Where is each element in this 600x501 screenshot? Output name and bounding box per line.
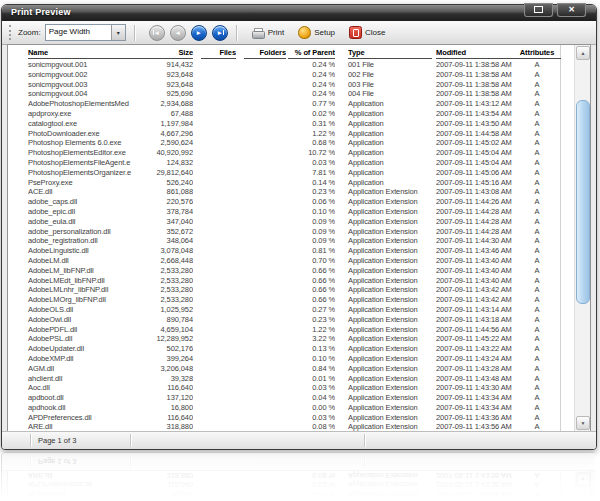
window-close-button[interactable]: ✕ <box>557 3 586 17</box>
window-title: Print Preview <box>11 7 71 17</box>
column-header-folders: Folders <box>244 47 286 59</box>
toolbar: Zoom: Page Width ▾ ◄◄►► Print Setup Clos… <box>2 21 596 45</box>
cell-attr: A <box>513 227 561 237</box>
table-row: sonicmpgvout.002923,6480.24 %002 File200… <box>10 70 574 80</box>
cell-attr: A <box>513 276 561 286</box>
cell-pct: 0.24 % <box>288 60 335 70</box>
nav-prev-button[interactable]: ◄ <box>170 25 186 41</box>
cell-name: Photoshop Elements 6.0.exe <box>28 138 148 148</box>
cell-name: adobe_personalization.dll <box>28 227 148 237</box>
setup-icon <box>298 26 311 39</box>
cell-type: 003 File <box>348 80 432 90</box>
cell-size: 318,880 <box>144 422 193 431</box>
cell-size: 3,078,048 <box>144 246 193 256</box>
cell-size: 116,640 <box>144 413 193 423</box>
status-separator <box>130 434 131 447</box>
cell-name: AdobePSL.dll <box>28 334 148 344</box>
cell-name: ACE.dll <box>28 187 148 197</box>
cell-size: 220,576 <box>144 197 193 207</box>
table-row: sonicmpgvout.004925,6960.24 %004 File200… <box>10 89 574 99</box>
nav-last-button[interactable]: ► <box>212 25 228 41</box>
table-row: sonicmpgvout.003923,6480.24 %003 File200… <box>10 80 574 90</box>
zoom-select[interactable]: Page Width ▾ <box>45 24 126 41</box>
cell-pct: 0.81 % <box>288 246 335 256</box>
setup-button[interactable]: Setup <box>298 26 335 39</box>
cell-type: Application <box>348 109 432 119</box>
table-row: sonicmpgvout.001914,4320.24 %001 File200… <box>10 60 574 70</box>
print-preview-window: Print Preview ✕ Zoom: Page Width ▾ ◄◄►► <box>1 4 597 450</box>
cell-size: 914,432 <box>144 60 193 70</box>
table-row: AdobeLMEdt_libFNP.dll2,533,2800.66 %Appl… <box>10 276 574 286</box>
table-row: adobe_epic.dll378,7840.10 %Application E… <box>10 207 574 217</box>
arrow-down-icon: ▼ <box>581 420 586 426</box>
print-label: Print <box>268 28 284 37</box>
cell-size: 1,197,984 <box>144 119 193 129</box>
table-row: adobe_registration.dll348,0640.09 %Appli… <box>10 236 574 246</box>
cell-type: Application Extension <box>348 236 432 246</box>
cell-attr: A <box>513 403 561 413</box>
cell-pct: 0.77 % <box>288 99 335 109</box>
table-row: ahclient.dll39,3280.01 %Application Exte… <box>10 374 574 384</box>
window-controls: ✕ <box>524 3 586 17</box>
cell-pct: 0.14 % <box>288 178 335 188</box>
table-row: PhotoDownloader.exe4,667,2961.22 %Applic… <box>10 129 574 139</box>
cell-size: 347,040 <box>144 217 193 227</box>
cell-type: Application <box>348 148 432 158</box>
print-button[interactable]: Print <box>252 28 284 38</box>
report-table: NameSizeFilesFolders% of ParentTypeModif… <box>10 47 574 431</box>
cell-pct: 7.81 % <box>288 168 335 178</box>
cell-size: 2,533,280 <box>144 276 193 286</box>
cell-name: apdboot.dll <box>28 393 148 403</box>
toolbar-grip[interactable] <box>9 25 11 40</box>
cell-type: Application Extension <box>348 217 432 227</box>
cell-pct: 10.72 % <box>288 148 335 158</box>
cell-pct: 0.08 % <box>288 422 335 431</box>
cell-type: Application Extension <box>348 246 432 256</box>
table-row: adobe_eula.dll347,0400.09 %Application E… <box>10 217 574 227</box>
table-row: AdobeLMLnhr_libFNP.dll2,533,2800.66 %App… <box>10 285 574 295</box>
cell-size: 890,784 <box>144 315 193 325</box>
printer-icon <box>252 28 265 38</box>
cell-name: AdobePhotoshopElementsMed <box>28 99 148 109</box>
cell-name: apdhook.dll <box>28 403 148 413</box>
cell-attr: A <box>513 80 561 90</box>
cell-size: 116,640 <box>144 383 193 393</box>
cell-type: Application Extension <box>348 295 432 305</box>
maximize-button[interactable] <box>524 3 553 17</box>
cell-name: AdobeLinguistic.dll <box>28 246 148 256</box>
cell-attr: A <box>513 119 561 129</box>
scroll-down-button[interactable]: ▼ <box>576 416 590 430</box>
table-row: AdobePhotoshopElementsMed2,934,6880.77 %… <box>10 99 574 109</box>
cell-name: AGM.dll <box>28 364 148 374</box>
cell-pct: 1.22 % <box>288 129 335 139</box>
cell-pct: 0.03 % <box>288 383 335 393</box>
cell-pct: 0.70 % <box>288 256 335 266</box>
cell-type: Application Extension <box>348 374 432 384</box>
cell-attr: A <box>513 422 561 431</box>
table-row: AdobePSL.dll12,289,9523.22 %Application … <box>10 334 574 344</box>
titlebar[interactable]: Print Preview ✕ <box>2 5 596 21</box>
nav-first-arrow-icon: ◄ <box>153 30 159 36</box>
cell-attr: A <box>513 187 561 197</box>
cell-type: Application <box>348 138 432 148</box>
cell-size: 925,696 <box>144 89 193 99</box>
cell-pct: 0.23 % <box>288 315 335 325</box>
cell-size: 12,289,952 <box>144 334 193 344</box>
table-row: AdobePDFL.dll4,659,1041.22 %Application … <box>10 325 574 335</box>
cell-pct: 0.24 % <box>288 80 335 90</box>
vertical-scrollbar[interactable]: ▲ ▼ <box>574 45 590 431</box>
cell-name: APDPreferences.dll <box>28 413 148 423</box>
scroll-thumb[interactable] <box>576 100 590 304</box>
table-row: PhotoshopElementsEditor.exe40,920,99210.… <box>10 148 574 158</box>
cell-size: 1,025,952 <box>144 305 193 315</box>
nav-first-button[interactable]: ◄ <box>149 25 165 41</box>
scroll-up-button[interactable]: ▲ <box>576 46 590 60</box>
zoom-dropdown-button[interactable]: ▾ <box>111 25 125 40</box>
cell-pct: 0.23 % <box>288 187 335 197</box>
close-button[interactable]: Close <box>349 26 385 39</box>
cell-pct: 0.24 % <box>288 70 335 80</box>
nav-next-button[interactable]: ► <box>191 25 207 41</box>
cell-pct: 0.66 % <box>288 285 335 295</box>
cell-pct: 0.03 % <box>288 413 335 423</box>
cell-attr: A <box>513 158 561 168</box>
